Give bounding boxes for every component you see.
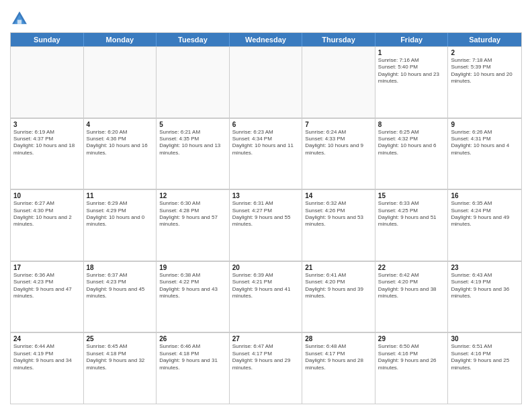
calendar-cell — [230, 46, 303, 118]
calendar-body: 1Sunrise: 7:16 AM Sunset: 5:40 PM Daylig… — [11, 46, 521, 404]
weekday-header: Sunday — [11, 33, 84, 46]
day-number: 8 — [378, 121, 445, 128]
day-info: Sunrise: 6:29 AM Sunset: 4:29 PM Dayligh… — [87, 200, 154, 228]
calendar-row: 10Sunrise: 6:27 AM Sunset: 4:30 PM Dayli… — [11, 189, 521, 261]
page: SundayMondayTuesdayWednesdayThursdayFrid… — [0, 0, 532, 411]
day-number: 16 — [451, 192, 519, 199]
calendar-cell: 12Sunrise: 6:30 AM Sunset: 4:28 PM Dayli… — [157, 189, 230, 261]
weekday-header: Saturday — [448, 33, 521, 46]
calendar-header: SundayMondayTuesdayWednesdayThursdayFrid… — [11, 33, 521, 46]
calendar-cell: 3Sunrise: 6:19 AM Sunset: 4:37 PM Daylig… — [11, 118, 84, 189]
calendar-cell: 30Sunrise: 6:51 AM Sunset: 4:16 PM Dayli… — [448, 332, 521, 404]
calendar-cell: 10Sunrise: 6:27 AM Sunset: 4:30 PM Dayli… — [11, 189, 84, 261]
weekday-header: Monday — [84, 33, 157, 46]
logo-icon — [10, 9, 29, 28]
day-info: Sunrise: 6:38 AM Sunset: 4:22 PM Dayligh… — [159, 272, 226, 300]
day-number: 14 — [305, 192, 372, 199]
day-number: 30 — [451, 335, 519, 342]
weekday-header: Thursday — [302, 33, 375, 46]
calendar-cell: 8Sunrise: 6:25 AM Sunset: 4:32 PM Daylig… — [375, 118, 449, 189]
calendar-row: 1Sunrise: 7:16 AM Sunset: 5:40 PM Daylig… — [11, 46, 521, 118]
day-info: Sunrise: 6:47 AM Sunset: 4:17 PM Dayligh… — [232, 343, 300, 371]
calendar-row: 24Sunrise: 6:44 AM Sunset: 4:19 PM Dayli… — [11, 332, 521, 404]
day-info: Sunrise: 6:41 AM Sunset: 4:20 PM Dayligh… — [305, 272, 372, 300]
day-info: Sunrise: 7:16 AM Sunset: 5:40 PM Dayligh… — [378, 57, 445, 85]
day-number: 3 — [13, 121, 81, 128]
calendar-cell: 17Sunrise: 6:36 AM Sunset: 4:23 PM Dayli… — [11, 261, 84, 332]
calendar-cell: 23Sunrise: 6:43 AM Sunset: 4:19 PM Dayli… — [448, 261, 521, 332]
calendar-cell: 14Sunrise: 6:32 AM Sunset: 4:26 PM Dayli… — [302, 189, 375, 261]
day-number: 10 — [13, 192, 81, 199]
day-number: 26 — [159, 335, 226, 342]
day-number: 15 — [378, 192, 445, 199]
day-info: Sunrise: 6:35 AM Sunset: 4:24 PM Dayligh… — [451, 200, 519, 228]
calendar-cell: 1Sunrise: 7:16 AM Sunset: 5:40 PM Daylig… — [375, 46, 449, 118]
day-number: 4 — [87, 121, 154, 128]
day-info: Sunrise: 6:43 AM Sunset: 4:19 PM Dayligh… — [451, 272, 519, 300]
calendar-cell: 4Sunrise: 6:20 AM Sunset: 4:36 PM Daylig… — [84, 118, 157, 189]
calendar-cell: 26Sunrise: 6:46 AM Sunset: 4:18 PM Dayli… — [157, 332, 230, 404]
day-info: Sunrise: 6:30 AM Sunset: 4:28 PM Dayligh… — [159, 200, 226, 228]
day-number: 12 — [159, 192, 226, 199]
calendar-cell: 28Sunrise: 6:48 AM Sunset: 4:17 PM Dayli… — [302, 332, 375, 404]
header — [10, 7, 522, 28]
calendar-cell — [302, 46, 375, 118]
day-number: 19 — [159, 264, 226, 271]
day-number: 21 — [305, 264, 372, 271]
calendar-cell: 22Sunrise: 6:42 AM Sunset: 4:20 PM Dayli… — [375, 261, 449, 332]
logo — [10, 9, 32, 28]
day-number: 11 — [87, 192, 154, 199]
calendar-cell: 25Sunrise: 6:45 AM Sunset: 4:18 PM Dayli… — [84, 332, 157, 404]
day-number: 17 — [13, 264, 81, 271]
day-info: Sunrise: 7:18 AM Sunset: 5:39 PM Dayligh… — [451, 57, 519, 85]
day-info: Sunrise: 6:31 AM Sunset: 4:27 PM Dayligh… — [232, 200, 300, 228]
calendar-row: 17Sunrise: 6:36 AM Sunset: 4:23 PM Dayli… — [11, 261, 521, 333]
day-info: Sunrise: 6:39 AM Sunset: 4:21 PM Dayligh… — [232, 272, 300, 300]
calendar: SundayMondayTuesdayWednesdayThursdayFrid… — [10, 32, 522, 404]
day-number: 24 — [13, 335, 81, 342]
day-info: Sunrise: 6:50 AM Sunset: 4:16 PM Dayligh… — [378, 343, 445, 371]
day-info: Sunrise: 6:44 AM Sunset: 4:19 PM Dayligh… — [13, 343, 81, 371]
day-number: 9 — [451, 121, 519, 128]
day-info: Sunrise: 6:21 AM Sunset: 4:35 PM Dayligh… — [159, 129, 226, 157]
calendar-cell: 19Sunrise: 6:38 AM Sunset: 4:22 PM Dayli… — [157, 261, 230, 332]
calendar-cell — [11, 46, 84, 118]
calendar-cell: 18Sunrise: 6:37 AM Sunset: 4:23 PM Dayli… — [84, 261, 157, 332]
calendar-cell: 15Sunrise: 6:33 AM Sunset: 4:25 PM Dayli… — [375, 189, 449, 261]
weekday-header: Wednesday — [230, 33, 303, 46]
calendar-cell: 11Sunrise: 6:29 AM Sunset: 4:29 PM Dayli… — [84, 189, 157, 261]
day-number: 22 — [378, 264, 445, 271]
calendar-cell: 21Sunrise: 6:41 AM Sunset: 4:20 PM Dayli… — [302, 261, 375, 332]
day-info: Sunrise: 6:26 AM Sunset: 4:31 PM Dayligh… — [451, 129, 519, 157]
day-info: Sunrise: 6:51 AM Sunset: 4:16 PM Dayligh… — [451, 343, 519, 371]
day-info: Sunrise: 6:37 AM Sunset: 4:23 PM Dayligh… — [87, 272, 154, 300]
day-number: 13 — [232, 192, 300, 199]
calendar-cell: 16Sunrise: 6:35 AM Sunset: 4:24 PM Dayli… — [448, 189, 521, 261]
calendar-cell: 29Sunrise: 6:50 AM Sunset: 4:16 PM Dayli… — [375, 332, 449, 404]
day-info: Sunrise: 6:25 AM Sunset: 4:32 PM Dayligh… — [378, 129, 445, 157]
calendar-cell: 7Sunrise: 6:24 AM Sunset: 4:33 PM Daylig… — [302, 118, 375, 189]
calendar-cell: 2Sunrise: 7:18 AM Sunset: 5:39 PM Daylig… — [448, 46, 521, 118]
day-info: Sunrise: 6:36 AM Sunset: 4:23 PM Dayligh… — [13, 272, 81, 300]
day-number: 6 — [232, 121, 300, 128]
day-number: 5 — [159, 121, 226, 128]
day-number: 18 — [87, 264, 154, 271]
day-info: Sunrise: 6:20 AM Sunset: 4:36 PM Dayligh… — [87, 129, 154, 157]
svg-rect-2 — [17, 20, 21, 24]
calendar-cell — [84, 46, 157, 118]
day-number: 27 — [232, 335, 300, 342]
day-number: 7 — [305, 121, 372, 128]
calendar-cell: 6Sunrise: 6:23 AM Sunset: 4:34 PM Daylig… — [230, 118, 303, 189]
day-info: Sunrise: 6:46 AM Sunset: 4:18 PM Dayligh… — [159, 343, 226, 371]
day-info: Sunrise: 6:48 AM Sunset: 4:17 PM Dayligh… — [305, 343, 372, 371]
day-info: Sunrise: 6:32 AM Sunset: 4:26 PM Dayligh… — [305, 200, 372, 228]
day-number: 29 — [378, 335, 445, 342]
day-number: 23 — [451, 264, 519, 271]
weekday-header: Tuesday — [157, 33, 230, 46]
weekday-header: Friday — [375, 33, 449, 46]
day-info: Sunrise: 6:27 AM Sunset: 4:30 PM Dayligh… — [13, 200, 81, 228]
day-number: 25 — [87, 335, 154, 342]
calendar-cell: 24Sunrise: 6:44 AM Sunset: 4:19 PM Dayli… — [11, 332, 84, 404]
calendar-cell: 9Sunrise: 6:26 AM Sunset: 4:31 PM Daylig… — [448, 118, 521, 189]
calendar-row: 3Sunrise: 6:19 AM Sunset: 4:37 PM Daylig… — [11, 118, 521, 190]
